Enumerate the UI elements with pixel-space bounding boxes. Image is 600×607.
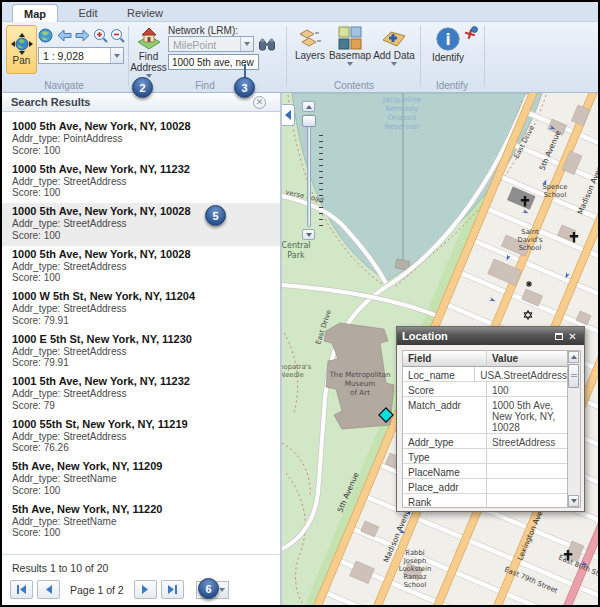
forward-extent-button[interactable] <box>74 27 91 44</box>
attribute-field: Place_addr <box>403 479 487 493</box>
chevron-down-icon <box>571 499 577 503</box>
search-result-item[interactable]: 1000 55th St, New York, NY, 11219 Addr_t… <box>2 416 280 459</box>
pan-button[interactable]: Pan <box>6 25 37 74</box>
search-result-item[interactable]: 1000 5th Ave, New York, NY, 10028 Addr_t… <box>2 203 280 246</box>
identify-options-button[interactable] <box>462 25 479 42</box>
network-dropdown-arrow[interactable] <box>240 37 253 51</box>
first-page-button[interactable] <box>10 580 33 599</box>
result-score: Score: 100 <box>12 230 270 242</box>
next-page-button[interactable] <box>134 580 157 599</box>
find-button[interactable] <box>258 36 275 53</box>
svg-text:David's: David's <box>517 236 542 244</box>
attribute-row[interactable]: Loc_name USA.StreetAddress <box>403 367 567 382</box>
search-result-item[interactable]: 1000 5th Ave, New York, NY, 10028 Addr_t… <box>2 118 280 161</box>
zoom-out-button[interactable] <box>109 27 126 44</box>
search-result-item[interactable]: 1000 5th Ave, New York, NY, 11232 Addr_t… <box>2 161 280 204</box>
location-popup-titlebar[interactable]: Location ✕ <box>397 327 584 345</box>
maximize-icon[interactable] <box>555 333 563 340</box>
ribbon: Map Edit Review Pan <box>2 2 598 93</box>
network-combo[interactable]: MilePoint <box>168 36 254 52</box>
identify-group-label: Identify <box>422 80 482 91</box>
back-extent-button[interactable] <box>56 27 73 44</box>
zoom-slider-up-button[interactable] <box>302 101 315 112</box>
tab-map[interactable]: Map <box>12 4 58 22</box>
tab-edit[interactable]: Edit <box>66 4 110 22</box>
full-extent-button[interactable] <box>37 27 54 44</box>
svg-text:School: School <box>404 581 427 589</box>
result-addr-type: Addr_type: StreetName <box>12 473 270 485</box>
search-result-item[interactable]: 5th Ave, New York, NY, 11220 Addr_type: … <box>2 501 280 544</box>
svg-text:Spence: Spence <box>542 183 567 191</box>
collapse-panel-button[interactable] <box>282 104 295 126</box>
previous-page-button[interactable] <box>37 580 60 599</box>
search-result-item[interactable]: 1000 W 5th St, New York, NY, 11204 Addr_… <box>2 288 280 331</box>
attribute-row[interactable]: Place_addr <box>403 479 567 494</box>
poi-star-icon <box>526 281 532 287</box>
popup-scrollbar[interactable] <box>568 350 581 508</box>
attribute-row[interactable]: Match_addr 1000 5th Ave, New York, NY, 1… <box>403 397 567 434</box>
location-popup: Location ✕ Field Value Loc_name <box>396 326 585 512</box>
result-score: Score: 79 <box>12 400 270 412</box>
search-result-item[interactable]: 5th Ave, New York, NY, 11209 Addr_type: … <box>2 458 280 501</box>
attribute-row[interactable]: Addr_type StreetAddress <box>403 434 567 449</box>
attribute-table-header: Field Value <box>403 351 567 367</box>
result-address: 1000 W 5th St, New York, NY, 11204 <box>12 290 270 303</box>
search-result-item[interactable]: 1001 5th Ave, New York, NY, 11232 Addr_t… <box>2 373 280 416</box>
svg-text:Park: Park <box>287 251 305 260</box>
zoom-in-button[interactable] <box>92 27 109 44</box>
result-address: 1000 5th Ave, New York, NY, 10028 <box>12 248 270 261</box>
scale-value: 1 : 9,028 <box>39 48 110 63</box>
attribute-row[interactable]: Type <box>403 449 567 464</box>
attribute-row[interactable]: PlaceName <box>403 464 567 479</box>
scale-dropdown-arrow[interactable] <box>110 48 123 63</box>
result-addr-type: Addr_type: StreetAddress <box>12 303 270 315</box>
field-column-header: Field <box>403 351 487 366</box>
navigate-group-label: Navigate <box>12 80 116 91</box>
network-value: MilePoint <box>169 37 240 51</box>
scrollbar-thumb[interactable] <box>568 364 579 388</box>
layers-icon <box>298 26 322 50</box>
result-score: Score: 100 <box>12 187 270 199</box>
scrollbar-up-button[interactable] <box>568 351 579 363</box>
search-result-item[interactable]: 1000 5th Ave, New York, NY, 10028 Addr_t… <box>2 246 280 289</box>
result-address: 1001 5th Ave, New York, NY, 11232 <box>12 375 270 388</box>
find-address-button[interactable]: Find Address <box>130 25 167 83</box>
chevron-up-icon <box>571 355 577 359</box>
zoom-slider-thumb[interactable] <box>302 115 316 127</box>
svg-text:School: School <box>544 191 567 199</box>
close-panel-icon[interactable]: ✕ <box>253 96 266 109</box>
result-addr-type: Addr_type: StreetName <box>12 516 270 528</box>
result-addr-type: Addr_type: StreetAddress <box>12 176 270 188</box>
last-page-icon <box>167 585 178 594</box>
last-page-button[interactable] <box>161 580 184 599</box>
search-result-item[interactable]: 1000 E 5th St, New York, NY, 11230 Addr_… <box>2 331 280 374</box>
zoom-slider-down-button[interactable] <box>302 229 315 240</box>
result-address: 5th Ave, New York, NY, 11209 <box>12 460 270 473</box>
result-addr-type: Addr_type: StreetAddress <box>12 346 270 358</box>
layers-button[interactable]: Layers <box>292 26 328 61</box>
attribute-value <box>487 449 567 463</box>
attribute-row[interactable]: Rank <box>403 494 567 508</box>
result-address: 1000 E 5th St, New York, NY, 11230 <box>12 333 270 346</box>
identify-icon: i <box>435 26 461 52</box>
svg-text:Museum: Museum <box>345 379 375 388</box>
svg-text:Jacqueline: Jacqueline <box>382 95 422 104</box>
add-data-button[interactable]: Add Data <box>372 26 416 66</box>
contents-group-label: Contents <box>292 80 416 91</box>
attribute-table: Field Value Loc_name USA.StreetAddress <box>402 350 568 508</box>
basemap-button[interactable]: Basemap <box>330 26 370 66</box>
close-icon[interactable]: ✕ <box>566 331 579 342</box>
attribute-row[interactable]: Score 100 <box>403 382 567 397</box>
scale-combo[interactable]: 1 : 9,028 <box>38 47 124 64</box>
arrow-left-icon <box>57 29 72 42</box>
reservoir-label: Jacqueline Kennedy Onassis Reservoir <box>382 95 422 131</box>
search-results-list: 1000 5th Ave, New York, NY, 10028 Addr_t… <box>2 112 280 554</box>
identify-label: Identify <box>432 52 464 63</box>
network-lrm-label: Network (LRM): <box>168 25 238 36</box>
result-score: Score: 100 <box>12 272 270 284</box>
tab-review[interactable]: Review <box>118 4 172 22</box>
scrollbar-down-button[interactable] <box>568 495 579 507</box>
add-data-label: Add Data <box>373 50 415 61</box>
zoom-slider-track[interactable] <box>307 114 311 227</box>
map-viewport[interactable]: Jacqueline Kennedy Onassis Reservoir Cen… <box>282 93 598 605</box>
